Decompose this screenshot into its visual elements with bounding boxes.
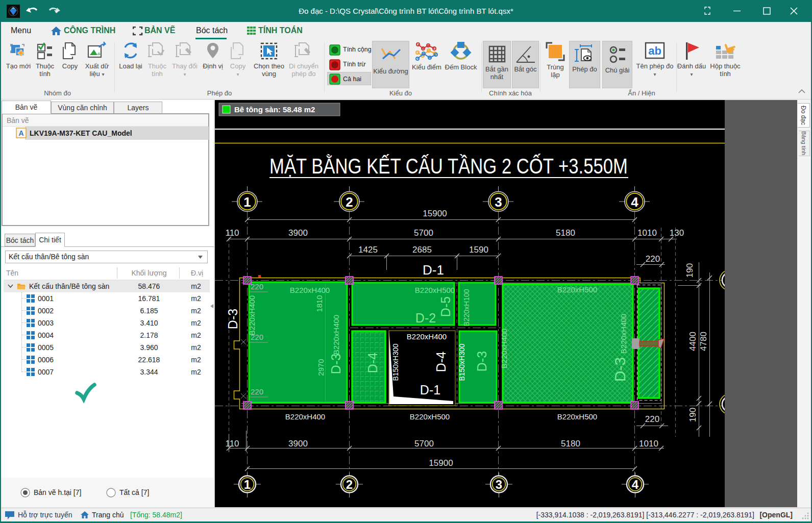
- svg-text:2: 2: [346, 194, 353, 210]
- svg-text:B220xH400: B220xH400: [332, 315, 340, 355]
- svg-text:3900: 3900: [288, 228, 308, 238]
- svg-text:110: 110: [225, 228, 239, 238]
- svg-text:1810: 1810: [315, 295, 324, 312]
- svg-text:B220xH400: B220xH400: [619, 314, 628, 354]
- svg-text:B150xH300: B150xH300: [391, 343, 400, 381]
- svg-text:B220xH500: B220xH500: [557, 285, 597, 294]
- svg-text:D-3: D-3: [329, 354, 343, 374]
- svg-text:5700: 5700: [414, 228, 433, 238]
- svg-text:220: 220: [645, 414, 659, 424]
- svg-text:D-5: D-5: [438, 296, 453, 317]
- svg-text:B220xH500: B220xH500: [410, 412, 450, 421]
- svg-text:D-1: D-1: [423, 262, 444, 278]
- svg-text:B220xH500: B220xH500: [415, 286, 455, 294]
- svg-text:220: 220: [646, 254, 660, 264]
- svg-text:5180: 5180: [561, 439, 580, 449]
- svg-text:1425: 1425: [358, 245, 378, 255]
- svg-text:4400: 4400: [688, 332, 698, 351]
- svg-text:B150xH300: B150xH300: [458, 343, 466, 381]
- svg-text:B220xH500: B220xH500: [557, 412, 597, 421]
- svg-text:B220xH400: B220xH400: [500, 329, 508, 368]
- svg-text:MẶT BẰNG KẾT CẤU TẦNG 2 CỐT +3: MẶT BẰNG KẾT CẤU TẦNG 2 CỐT +3.550M: [269, 154, 628, 178]
- svg-text:1010: 1010: [637, 228, 657, 238]
- svg-text:5700: 5700: [414, 439, 434, 449]
- svg-text:3: 3: [495, 194, 502, 210]
- svg-text:1590: 1590: [469, 245, 488, 255]
- svg-text:B220xH400: B220xH400: [285, 412, 325, 421]
- svg-text:130: 130: [670, 228, 684, 238]
- svg-text:D-3: D-3: [611, 357, 628, 382]
- svg-text:4: 4: [631, 194, 638, 210]
- svg-text:2685: 2685: [412, 245, 432, 255]
- svg-text:Bê tông sàn: 58.48 m2: Bê tông sàn: 58.48 m2: [234, 105, 315, 114]
- svg-text:15900: 15900: [423, 209, 447, 218]
- svg-text:D-4: D-4: [365, 353, 380, 373]
- svg-text:1: 1: [243, 194, 251, 210]
- svg-text:B220xH400: B220xH400: [290, 286, 330, 294]
- svg-text:D-3: D-3: [226, 309, 240, 329]
- svg-text:ab: ab: [648, 44, 661, 57]
- svg-text:1010: 1010: [639, 439, 658, 449]
- svg-text:D-1: D-1: [420, 383, 440, 397]
- svg-text:220: 220: [251, 282, 263, 291]
- svg-text:15900: 15900: [429, 458, 453, 468]
- svg-text:B220xH100: B220xH100: [462, 289, 471, 326]
- svg-text:110: 110: [225, 439, 239, 449]
- svg-text:4: 4: [632, 478, 639, 491]
- svg-text:5180: 5180: [556, 228, 575, 238]
- svg-text:D-2: D-2: [415, 311, 436, 325]
- svg-text:B220xH400: B220xH400: [248, 295, 256, 335]
- svg-text:2: 2: [346, 478, 353, 491]
- svg-text:4780: 4780: [699, 332, 708, 351]
- svg-text:190: 190: [688, 408, 698, 422]
- svg-text:220: 220: [251, 387, 263, 396]
- svg-text:D-4: D-4: [434, 352, 448, 372]
- svg-text:2970: 2970: [316, 359, 325, 376]
- svg-text:3900: 3900: [288, 439, 308, 449]
- svg-text:3: 3: [496, 478, 502, 491]
- svg-text:D-3: D-3: [475, 351, 489, 371]
- svg-text:1: 1: [244, 478, 251, 491]
- svg-text:220: 220: [251, 333, 263, 341]
- svg-text:B220xH400: B220xH400: [407, 332, 447, 341]
- svg-text:190: 190: [685, 263, 695, 278]
- svg-text:A: A: [18, 129, 23, 137]
